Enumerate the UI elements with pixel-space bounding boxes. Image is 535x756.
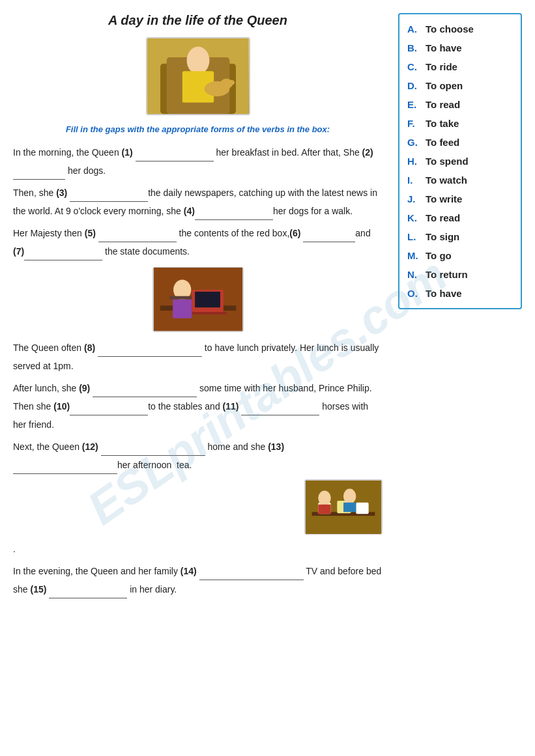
verb-item-a: A.To choose <box>405 21 515 37</box>
dot-separator: . <box>13 540 383 558</box>
verb-item-e: E.To read <box>405 96 515 113</box>
verb-text-1: To have <box>426 42 462 53</box>
paragraph-2: Then, she (3) the daily newspapers, catc… <box>13 184 383 220</box>
svg-rect-15 <box>169 296 192 300</box>
verb-item-i: I.To watch <box>405 172 515 188</box>
verb-text-4: To read <box>426 99 460 110</box>
paragraph-7: In the evening, the Queen and her family… <box>13 562 383 598</box>
paragraph-3: Her Majesty then (5) the contents of the… <box>13 224 383 260</box>
page-title: A day in the life of the Queen <box>13 13 383 28</box>
svg-rect-24 <box>343 503 356 512</box>
svg-rect-23 <box>318 505 330 514</box>
verb-item-d: D.To open <box>405 77 515 94</box>
verb-letter-4: E. <box>407 99 426 110</box>
verb-letter-3: D. <box>407 80 426 91</box>
verb-letter-1: B. <box>407 42 426 53</box>
verb-letter-9: J. <box>407 193 426 204</box>
queen-portrait-image <box>146 37 250 115</box>
verb-letter-13: N. <box>407 269 426 280</box>
verb-text-7: To spend <box>426 156 469 167</box>
verb-letter-0: A. <box>407 23 426 35</box>
exercise-text: In the morning, the Queen (1) her breakf… <box>13 143 383 598</box>
verb-item-j: J.To write <box>405 191 515 207</box>
verb-letter-10: K. <box>407 212 426 223</box>
svg-rect-14 <box>173 300 192 318</box>
verb-text-8: To watch <box>426 175 467 186</box>
verb-item-f: F.To take <box>405 115 515 132</box>
verb-item-n: N.To return <box>405 266 515 283</box>
verb-item-m: M.To go <box>405 247 515 264</box>
verb-item-l: L.To sign <box>405 229 515 245</box>
svg-rect-20 <box>356 503 368 514</box>
verb-list-box: A.To chooseB.To haveC.To rideD.To openE.… <box>398 13 522 309</box>
verb-item-g: G.To feed <box>405 134 515 150</box>
verb-text-2: To ride <box>426 61 457 72</box>
verb-text-10: To read <box>426 212 460 223</box>
verb-text-9: To write <box>426 193 462 204</box>
verb-item-c: C.To ride <box>405 59 515 75</box>
verb-item-b: B.To have <box>405 40 515 56</box>
verb-text-11: To sign <box>426 231 459 242</box>
queen-image-top <box>13 37 383 115</box>
verb-letter-8: I. <box>407 175 426 186</box>
afternoon-tea-photo <box>304 479 383 535</box>
verb-text-5: To take <box>426 118 459 129</box>
verb-text-14: To have <box>426 288 462 299</box>
verb-letter-2: C. <box>407 61 426 72</box>
svg-rect-12 <box>188 312 226 315</box>
svg-point-21 <box>318 490 330 505</box>
svg-point-7 <box>228 80 235 85</box>
verb-text-0: To choose <box>426 23 474 35</box>
verb-letter-7: H. <box>407 156 426 167</box>
verb-letter-5: F. <box>407 118 426 129</box>
paragraph-5: After lunch, she (9) some time with her … <box>13 379 383 434</box>
verb-text-12: To go <box>426 250 452 261</box>
main-content: A day in the life of the Queen <box>13 13 389 602</box>
tea-image-container <box>13 479 383 535</box>
queen-laptop-image <box>13 267 383 332</box>
instructions-text: Fill in the gaps with the appropriate fo… <box>13 124 383 134</box>
verb-text-13: To return <box>426 269 468 280</box>
verb-text-3: To open <box>426 80 463 91</box>
verb-letter-12: M. <box>407 250 426 261</box>
verb-item-k: K.To read <box>405 210 515 226</box>
verb-letter-14: O. <box>407 288 426 299</box>
verb-letter-6: G. <box>407 137 426 148</box>
paragraph-1: In the morning, the Queen (1) her breakf… <box>13 143 383 180</box>
svg-rect-11 <box>195 292 220 307</box>
queen-laptop-photo <box>152 267 244 332</box>
verb-item-o: O.To have <box>405 285 515 301</box>
verb-letter-11: L. <box>407 231 426 242</box>
svg-point-22 <box>343 489 356 504</box>
verb-item-h: H.To spend <box>405 153 515 169</box>
verb-text-6: To feed <box>426 137 459 148</box>
svg-point-3 <box>186 47 209 75</box>
paragraph-4: The Queen often (8) to have lunch privat… <box>13 339 383 375</box>
paragraph-6: Next, the Queen (12) home and she (13) h… <box>13 438 383 474</box>
